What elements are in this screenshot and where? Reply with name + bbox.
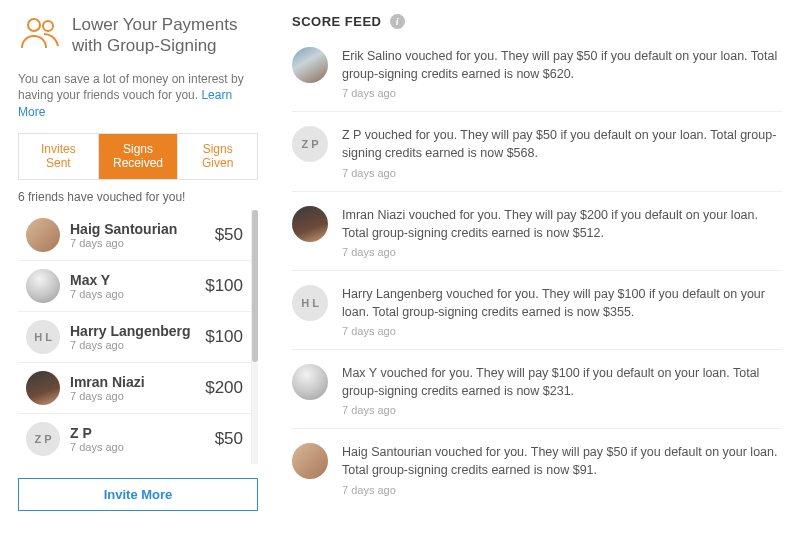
- friend-name: Haig Santourian: [70, 221, 205, 237]
- feed-text: Max Y vouched for you. They will pay $10…: [342, 364, 782, 400]
- feed-text: Z P vouched for you. They will pay $50 i…: [342, 126, 782, 162]
- friend-name: Z P: [70, 425, 205, 441]
- feed-time: 7 days ago: [342, 404, 782, 416]
- list-item[interactable]: Max Y7 days ago$100: [18, 261, 251, 312]
- feed-time: 7 days ago: [342, 87, 782, 99]
- avatar: [292, 47, 328, 83]
- feed-title: SCORE FEED: [292, 14, 382, 29]
- scrollbar-thumb[interactable]: [252, 210, 258, 362]
- avatar: Z P: [26, 422, 60, 456]
- list-item[interactable]: Haig Santourian7 days ago$50: [18, 210, 251, 261]
- friend-name: Max Y: [70, 272, 195, 288]
- sidebar-intro: You can save a lot of money on interest …: [18, 71, 258, 121]
- feed-item: Max Y vouched for you. They will pay $10…: [292, 364, 782, 429]
- friend-time: 7 days ago: [70, 288, 195, 300]
- feed-item: Erik Salino vouched for you. They will p…: [292, 47, 782, 112]
- svg-point-1: [43, 21, 53, 31]
- friend-amount: $50: [215, 225, 243, 245]
- avatar: H L: [26, 320, 60, 354]
- avatar: [26, 371, 60, 405]
- feed-time: 7 days ago: [342, 167, 782, 179]
- list-item[interactable]: Z PZ P7 days ago$50: [18, 414, 251, 464]
- friends-scrollbar[interactable]: [252, 210, 258, 464]
- group-icon: [18, 14, 62, 56]
- friend-amount: $100: [205, 327, 243, 347]
- friend-time: 7 days ago: [70, 441, 205, 453]
- sidebar-tabs: Invites Sent Signs Received Signs Given: [18, 133, 258, 180]
- info-icon[interactable]: i: [390, 14, 405, 29]
- friend-time: 7 days ago: [70, 237, 205, 249]
- feed-text: Harry Langenberg vouched for you. They w…: [342, 285, 782, 321]
- tab-signs-received[interactable]: Signs Received: [98, 134, 178, 179]
- avatar: H L: [292, 285, 328, 321]
- friends-list: Haig Santourian7 days ago$50Max Y7 days …: [18, 210, 252, 464]
- invite-more-button[interactable]: Invite More: [18, 478, 258, 511]
- avatar: [292, 443, 328, 479]
- sidebar-title: Lower Your Payments with Group-Signing: [72, 14, 258, 57]
- feed-text: Erik Salino vouched for you. They will p…: [342, 47, 782, 83]
- friend-amount: $50: [215, 429, 243, 449]
- feed-time: 7 days ago: [342, 246, 782, 258]
- feed-text: Haig Santourian vouched for you. They wi…: [342, 443, 782, 479]
- feed-time: 7 days ago: [342, 484, 782, 496]
- avatar: [292, 206, 328, 242]
- svg-point-0: [28, 19, 40, 31]
- friend-name: Harry Langenberg: [70, 323, 195, 339]
- avatar: [26, 218, 60, 252]
- list-item[interactable]: H LHarry Langenberg7 days ago$100: [18, 312, 251, 363]
- feed-time: 7 days ago: [342, 325, 782, 337]
- feed-item: H LHarry Langenberg vouched for you. The…: [292, 285, 782, 350]
- tab-signs-given[interactable]: Signs Given: [177, 134, 257, 179]
- avatar: [292, 364, 328, 400]
- feed-list: Erik Salino vouched for you. They will p…: [292, 47, 782, 496]
- avatar: [26, 269, 60, 303]
- friend-amount: $200: [205, 378, 243, 398]
- tab-invites-sent[interactable]: Invites Sent: [19, 134, 98, 179]
- friend-name: Imran Niazi: [70, 374, 195, 390]
- list-item[interactable]: Imran Niazi7 days ago$200: [18, 363, 251, 414]
- avatar: Z P: [292, 126, 328, 162]
- feed-item: Imran Niazi vouched for you. They will p…: [292, 206, 782, 271]
- friend-time: 7 days ago: [70, 390, 195, 402]
- friend-amount: $100: [205, 276, 243, 296]
- feed-item: Haig Santourian vouched for you. They wi…: [292, 443, 782, 495]
- vouched-count: 6 friends have vouched for you!: [18, 190, 258, 204]
- friend-time: 7 days ago: [70, 339, 195, 351]
- feed-text: Imran Niazi vouched for you. They will p…: [342, 206, 782, 242]
- feed-item: Z PZ P vouched for you. They will pay $5…: [292, 126, 782, 191]
